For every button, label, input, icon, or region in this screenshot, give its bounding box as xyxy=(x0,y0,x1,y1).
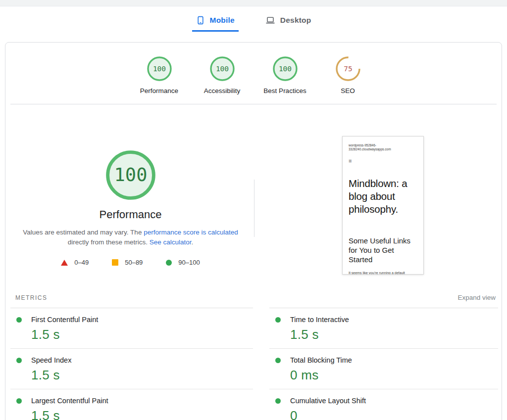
performance-title: Performance xyxy=(5,208,255,221)
column-divider xyxy=(254,180,254,237)
svg-text:100: 100 xyxy=(215,65,228,73)
report-card: 100 Performance 100 Accessibility 100 Be… xyxy=(5,42,502,420)
page-screenshot-thumbnail[interactable]: wordpress-952846- 3328240.cloudwaysapps.… xyxy=(342,136,424,275)
gauge-label: SEO xyxy=(341,87,355,94)
gauge-ring: 100 xyxy=(273,56,298,81)
desc-text: directly from these metrics. xyxy=(68,238,150,246)
orange-square-icon xyxy=(112,259,118,266)
metrics-section: METRICS Expand view First Contentful Pai… xyxy=(5,287,502,420)
hamburger-menu-icon: ≡ xyxy=(349,159,417,163)
gauge-label: Best Practices xyxy=(263,87,306,94)
metrics-title: METRICS xyxy=(15,294,48,301)
mobile-phone-icon xyxy=(196,16,205,25)
metric-name: Total Blocking Time xyxy=(290,356,352,364)
performance-score-gauge: 100 xyxy=(106,150,155,200)
metrics-column-right: Time to Interactive 1.5 s Total Blocking… xyxy=(269,308,498,420)
legend-fail: 0–49 xyxy=(61,259,89,266)
metric-name: First Contentful Paint xyxy=(31,316,98,324)
device-tabbar: Mobile Desktop xyxy=(0,6,507,32)
metric-speed-index: Speed Index 1.5 s xyxy=(10,349,253,389)
performance-summary: 100 Performance Values are estimated and… xyxy=(5,104,255,287)
metric-name: Speed Index xyxy=(31,356,71,364)
tab-desktop[interactable]: Desktop xyxy=(261,13,315,32)
desc-text: . xyxy=(192,238,194,246)
metric-largest-contentful-paint: Largest Contentful Paint 1.5 s xyxy=(10,389,253,420)
metric-value: 1.5 s xyxy=(31,368,253,383)
gauge-ring: 75 xyxy=(336,56,360,81)
category-scores: 100 Performance 100 Accessibility 100 Be… xyxy=(5,43,502,104)
green-status-dot-icon xyxy=(275,398,281,404)
svg-text:100: 100 xyxy=(114,164,147,186)
legend-pass: 90–100 xyxy=(166,259,200,266)
metric-value: 1.5 s xyxy=(290,327,498,342)
top-strip xyxy=(0,0,507,6)
green-status-dot-icon xyxy=(16,317,22,323)
svg-text:75: 75 xyxy=(344,65,352,73)
green-status-dot-icon xyxy=(275,358,281,363)
metric-first-contentful-paint: First Contentful Paint 1.5 s xyxy=(10,308,253,349)
screenshot-column: wordpress-952846- 3328240.cloudwaysapps.… xyxy=(255,104,502,287)
green-status-dot-icon xyxy=(16,358,22,363)
metric-total-blocking-time: Total Blocking Time 0 ms xyxy=(269,349,498,389)
metric-value: 0 xyxy=(290,408,498,420)
gauge-seo[interactable]: 75 SEO xyxy=(320,56,376,94)
gauge-performance[interactable]: 100 Performance xyxy=(132,56,187,94)
metrics-column-left: First Contentful Paint 1.5 s Speed Index… xyxy=(10,308,253,420)
metric-value: 1.5 s xyxy=(31,327,253,342)
green-status-dot-icon xyxy=(275,317,281,323)
metrics-grid: First Contentful Paint 1.5 s Speed Index… xyxy=(10,308,497,420)
preview-subheading: Some Useful Links for You to Get Started xyxy=(349,236,417,264)
tab-desktop-label: Desktop xyxy=(280,16,311,25)
gauge-ring: 100 xyxy=(210,56,235,81)
gauge-best-practices[interactable]: 100 Best Practices xyxy=(257,56,313,94)
see-calculator-link[interactable]: See calculator xyxy=(150,238,192,246)
metrics-header: METRICS Expand view xyxy=(10,287,497,301)
legend-range: 50–89 xyxy=(125,259,143,266)
svg-text:100: 100 xyxy=(278,65,291,73)
preview-heading: Mindblown: a blog about philosophy. xyxy=(349,177,417,216)
legend-range: 90–100 xyxy=(178,259,200,266)
desc-text: Values are estimated and may vary. The xyxy=(23,229,144,236)
metric-cumulative-layout-shift: Cumulative Layout Shift 0 xyxy=(269,389,498,420)
svg-text:100: 100 xyxy=(152,65,165,73)
score-legend: 0–49 50–89 90–100 xyxy=(5,259,255,266)
red-triangle-icon xyxy=(61,260,68,266)
metric-name: Largest Contentful Paint xyxy=(31,397,108,405)
legend-range: 0–49 xyxy=(74,259,89,266)
preview-body-text: It seems like you're running a default W… xyxy=(349,271,417,275)
gauge-accessibility[interactable]: 100 Accessibility xyxy=(195,56,250,94)
green-circle-icon xyxy=(166,260,172,266)
legend-average: 50–89 xyxy=(112,259,143,266)
performance-description: Values are estimated and may vary. The p… xyxy=(17,228,245,247)
metric-name: Cumulative Layout Shift xyxy=(290,397,366,405)
green-status-dot-icon xyxy=(16,398,22,404)
gauge-ring: 100 xyxy=(147,56,172,81)
preview-url: wordpress-952846- 3328240.cloudwaysapps.… xyxy=(349,143,417,151)
tab-mobile-label: Mobile xyxy=(210,16,235,25)
expand-view-button[interactable]: Expand view xyxy=(457,294,496,301)
metric-value: 0 ms xyxy=(290,368,498,383)
metric-value: 1.5 s xyxy=(31,408,253,420)
metric-name: Time to Interactive xyxy=(290,316,349,324)
metric-time-to-interactive: Time to Interactive 1.5 s xyxy=(269,308,498,349)
gauge-label: Performance xyxy=(140,87,178,94)
tab-mobile[interactable]: Mobile xyxy=(192,13,239,32)
score-calculation-link[interactable]: performance score is calculated xyxy=(144,229,238,236)
performance-summary-region: 100 Performance Values are estimated and… xyxy=(5,104,502,287)
gauge-label: Accessibility xyxy=(204,87,241,94)
desktop-laptop-icon xyxy=(265,16,275,25)
